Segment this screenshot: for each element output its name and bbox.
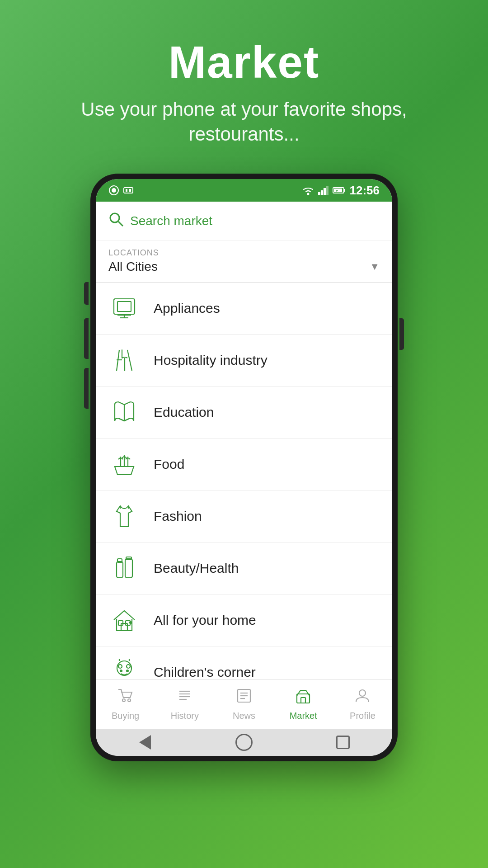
phone-screen: Z 12:56 Search market LOCATIONS [96,179,392,756]
search-icon [108,212,124,231]
nav-item-market[interactable]: Market [274,688,333,721]
signal-icon [318,186,329,195]
svg-point-48 [122,699,125,702]
svg-point-1 [112,188,116,193]
status-right-icons: Z 12:56 [302,184,380,198]
fashion-icon [108,500,140,532]
svg-point-40 [130,622,131,623]
food-icon [108,448,140,480]
svg-point-43 [127,665,130,668]
search-placeholder: Search market [130,214,212,228]
svg-point-45 [127,670,128,672]
appliances-icon [108,292,140,324]
home-button[interactable] [235,733,253,752]
svg-point-60 [359,690,366,696]
category-item-children[interactable]: Children's corner [96,646,392,679]
hospitality-icon [108,344,140,376]
market-icon [295,688,311,708]
history-icon [177,688,193,708]
nav-profile-label: Profile [350,711,375,721]
svg-rect-9 [326,186,328,195]
svg-rect-12 [334,189,342,192]
home-bar [96,729,392,756]
fashion-label: Fashion [154,509,202,524]
svg-text:Z: Z [336,189,338,193]
children-icon [108,656,140,679]
category-item-appliances[interactable]: Appliances [96,283,392,335]
category-item-home[interactable]: All for your home [96,594,392,646]
back-button[interactable] [136,733,155,752]
nav-history-label: History [171,711,199,721]
recents-button[interactable] [333,733,352,752]
svg-rect-34 [125,559,132,578]
bottom-navigation: Buying History [96,679,392,729]
svg-point-14 [110,213,119,222]
home-label: All for your home [154,613,256,628]
location-selector[interactable]: LOCATIONS All Cities ▼ [96,241,392,283]
nav-item-history[interactable]: History [155,688,214,721]
nav-item-news[interactable]: News [214,688,273,721]
news-icon [236,688,252,708]
svg-rect-37 [121,623,127,631]
svg-rect-2 [124,188,133,193]
app-header: Market Use your phone at your favorite s… [0,36,488,146]
wifi-icon [302,185,314,195]
category-item-food[interactable]: Food [96,439,392,491]
category-item-beauty[interactable]: Beauty/Health [96,542,392,594]
home-icon [108,604,140,636]
education-label: Education [154,405,214,420]
power-button [399,318,404,350]
status-bar: Z 12:56 [96,179,392,202]
svg-line-15 [118,222,123,226]
battery-icon: Z [333,186,346,194]
mute-button [84,282,89,305]
status-sim-icon [123,187,134,194]
nav-item-buying[interactable]: Buying [96,688,155,721]
svg-point-42 [118,665,122,668]
nav-news-label: News [233,711,255,721]
svg-point-44 [120,670,122,672]
chevron-down-icon: ▼ [370,261,380,273]
nav-buying-label: Buying [112,711,139,721]
svg-rect-59 [301,698,305,703]
svg-rect-58 [297,694,310,703]
category-list: Appliances Hospitality i [96,283,392,679]
category-item-hospitality[interactable]: Hospitality industry [96,335,392,387]
children-label: Children's corner [154,665,256,679]
svg-rect-8 [324,188,326,195]
svg-point-49 [128,699,131,702]
app-title: Market [0,36,488,88]
food-label: Food [154,457,184,472]
status-time: 12:56 [350,184,380,198]
status-circle-icon [108,185,119,196]
hospitality-label: Hospitality industry [154,353,267,368]
location-label: LOCATIONS [108,248,380,258]
svg-line-24 [127,350,132,371]
profile-icon [354,688,371,708]
svg-point-5 [307,193,309,195]
svg-rect-6 [318,192,320,195]
appliances-label: Appliances [154,301,220,316]
status-left-icons [108,185,134,196]
svg-rect-3 [126,189,127,192]
location-value: All Cities [108,259,158,274]
phone-mockup: Z 12:56 Search market LOCATIONS [90,174,398,761]
volume-up-button [84,318,89,359]
location-value-row: All Cities ▼ [108,259,380,274]
cart-icon [117,688,134,708]
search-bar[interactable]: Search market [96,202,392,241]
beauty-icon [108,552,140,584]
volume-down-button [84,368,89,409]
svg-rect-7 [321,190,323,195]
category-item-education[interactable]: Education [96,387,392,439]
svg-rect-4 [129,189,131,192]
beauty-label: Beauty/Health [154,561,239,576]
svg-rect-17 [117,302,131,311]
svg-rect-11 [344,189,345,192]
category-item-fashion[interactable]: Fashion [96,491,392,542]
svg-rect-33 [117,561,123,578]
phone-outer-frame: Z 12:56 Search market LOCATIONS [90,174,398,761]
education-icon [108,396,140,428]
nav-item-profile[interactable]: Profile [333,688,392,721]
app-subtitle: Use your phone at your favorite shops, r… [0,97,488,146]
